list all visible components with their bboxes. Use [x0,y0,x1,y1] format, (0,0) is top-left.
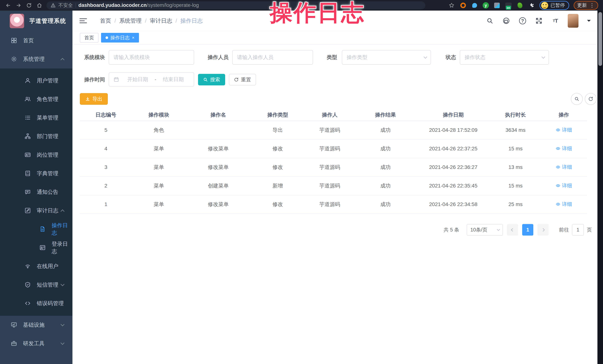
app-logo-block[interactable]: 芋道管理系统 [0,11,72,31]
detail-link[interactable]: 详细 [556,164,572,170]
extension-duo-icon[interactable] [493,2,500,9]
sidebar-item-home[interactable]: 首页 [0,31,72,50]
cell-result: 成功 [355,201,416,208]
sidebar-item-label: 通知公告 [37,188,58,196]
sidebar-item-post[interactable]: 岗位管理 [0,146,72,164]
module-input[interactable]: 请输入系统模块 [109,50,194,65]
page-size-select[interactable]: 10条/页 [467,224,503,236]
table-row[interactable]: 2菜单创建菜单新增芋道源码成功2021-04-26 22:35:4515 ms详… [80,177,587,195]
sidebar-item-infra[interactable]: 基础设施 [0,316,72,334]
detail-link[interactable]: 详细 [556,182,572,189]
eye-icon [556,202,560,207]
export-button[interactable]: 导出 [80,93,108,105]
next-page-button[interactable] [537,224,549,236]
sidebar-item-login-log[interactable]: 登录日志 [0,239,72,257]
scrollbar-thumb[interactable] [598,12,602,66]
eye-icon [556,183,560,188]
sidebar-item-role[interactable]: 角色管理 [0,90,72,109]
home-icon[interactable] [34,1,45,10]
sidebar-item-label: 系统管理 [23,55,45,63]
breadcrumb-item[interactable]: 系统管理 [119,17,141,25]
sidebar-item-notice[interactable]: 通知公告 [0,183,72,201]
extension-green-icon[interactable]: y [483,2,489,9]
cell-date: 2021-04-28 17:52:09 [416,127,490,133]
search-icon[interactable] [486,17,494,25]
detail-link[interactable]: 详细 [556,201,572,208]
reset-button[interactable]: 重置 [229,74,256,85]
profile-paused-badge[interactable]: 已暂停 [539,1,569,10]
page-url[interactable]: dashboard.yudao.iocoder.cn/system/log/op… [78,2,199,8]
table-row[interactable]: 1菜单修改菜单修改芋道源码成功2021-04-26 22:34:5825 ms详… [80,195,587,214]
reload-icon[interactable] [24,1,34,10]
back-icon[interactable] [3,1,13,10]
sidebar-item-dict[interactable]: 字典管理 [0,164,72,183]
show-search-button[interactable] [571,93,583,105]
cell-operator: 芋道源码 [305,145,355,152]
sidebar-item-sms[interactable]: 短信管理 [0,276,72,294]
detail-link-label: 详细 [562,164,572,170]
table-row[interactable]: 5角色导出芋道源码成功2021-04-28 17:52:093634 ms详细 [80,121,587,140]
refresh-table-button[interactable] [585,93,597,105]
cell-action: 详细 [541,127,587,134]
breadcrumb-item[interactable]: 操作日志 [180,17,203,25]
sidebar-item-user[interactable]: 用户管理 [0,71,72,90]
tools-icon [11,340,17,347]
cell-duration: 15 ms [490,146,541,152]
profile-emoji-icon [541,2,548,9]
sidebar-item-online[interactable]: 在线用户 [0,257,72,276]
browser-menu-icon[interactable]: ⋮ [590,3,595,8]
extension-orange-icon[interactable] [460,2,467,9]
fullscreen-icon[interactable] [535,17,543,25]
address-bar[interactable]: 不安全 dashboard.yudao.iocoder.cn/system/lo… [46,1,425,10]
extensions-puzzle-icon[interactable] [528,2,535,9]
security-label[interactable]: 不安全 [58,2,73,9]
extension-switch-icon[interactable]: on [505,2,512,9]
sidebar: 芋道管理系统 首页系统管理用户管理角色管理菜单管理部门管理岗位管理字典管理通知公… [0,11,72,364]
tab-操作日志[interactable]: 操作日志× [101,33,139,43]
operator-input[interactable]: 请输入操作人员 [232,50,313,65]
cell-type: 修改 [251,201,305,208]
forward-icon[interactable] [13,1,24,10]
page-1-button[interactable]: 1 [522,224,533,236]
github-icon[interactable] [502,17,510,25]
search-button[interactable]: 搜索 [198,74,225,85]
sidebar-item-menu[interactable]: 菜单管理 [0,109,72,127]
user-avatar[interactable] [568,14,579,28]
status-select[interactable]: 操作状态 [460,50,549,65]
cell-name: 修改菜单 [186,164,251,171]
table-row[interactable]: 4菜单修改菜单修改芋道源码成功2021-04-26 22:37:2515 ms详… [80,140,587,158]
cell-name: 创建菜单 [186,182,251,189]
sidebar-item-audit[interactable]: 审计日志 [0,201,72,220]
extension-blue-icon[interactable] [471,2,478,9]
sidebar-item-operate-log[interactable]: 操作日志 [0,220,72,239]
chevron-left-icon [511,228,514,232]
cell-operator: 芋道源码 [305,182,355,189]
window-scrollbar[interactable] [597,11,603,364]
detail-link[interactable]: 详细 [556,145,572,152]
sidebar-item-label: 首页 [23,37,34,44]
detail-link[interactable]: 详细 [556,127,572,133]
sidebar-item-system[interactable]: 系统管理 [0,50,72,68]
breadcrumb-item[interactable]: 首页 [100,17,111,25]
bookmark-star-icon[interactable] [448,2,455,9]
type-select[interactable]: 操作类型 [342,50,431,65]
breadcrumb-item[interactable]: 审计日志 [150,17,172,25]
sidebar-item-errcode[interactable]: 错误码管理 [0,294,72,313]
goto-page-input[interactable]: 1 [572,224,584,236]
table-row[interactable]: 3菜单修改菜单修改芋道源码成功2021-04-26 22:36:2713 ms详… [80,158,587,177]
user-menu-caret-icon[interactable] [587,20,591,23]
browser-actions: y on 已暂停 更新 ⋮ [448,1,600,10]
browser-update-button[interactable]: 更新 ⋮ [574,1,598,10]
sidebar-item-dept[interactable]: 部门管理 [0,127,72,146]
font-size-icon[interactable]: TT [551,17,559,25]
tab-首页[interactable]: 首页 [80,33,98,43]
date-range-picker[interactable]: 开始日期 - 结束日期 [109,72,194,87]
extension-leaf-icon[interactable] [516,2,523,9]
close-icon[interactable]: × [132,35,135,40]
pagination: 共 5 条 10条/页 1 前往 1 页 [444,224,592,236]
help-icon[interactable]: ? [519,17,526,25]
prev-page-button[interactable] [507,224,518,236]
sidebar-toggle-icon[interactable] [80,18,87,23]
shield-icon [24,282,31,288]
sidebar-item-devtools[interactable]: 研发工具 [0,334,72,353]
